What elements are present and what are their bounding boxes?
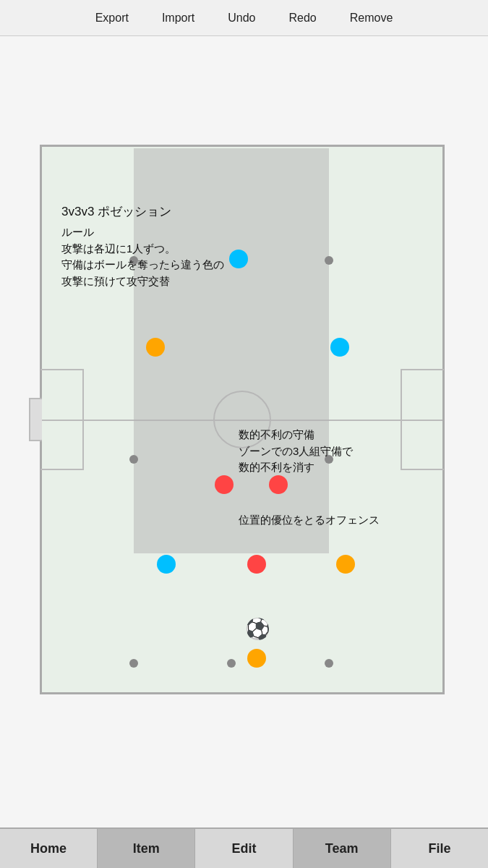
- penalty-area-right: [401, 369, 444, 470]
- tab-file[interactable]: File: [391, 829, 488, 868]
- redo-button[interactable]: Redo: [283, 9, 322, 27]
- canvas-area[interactable]: 3v3v3 ポゼッション ルール 攻撃は各辺に1人ずつ。 守備はボールを奪ったら…: [0, 36, 488, 832]
- remove-button[interactable]: Remove: [344, 9, 399, 27]
- toolbar: Export Import Undo Redo Remove: [0, 0, 488, 36]
- annotation-rule: ルール 攻撃は各辺に1人ずつ。 守備はボールを奪ったら違う色の 攻撃に預けて攻守…: [61, 224, 224, 289]
- import-button[interactable]: Import: [156, 9, 200, 27]
- goal-left: [29, 398, 42, 441]
- player-red-3[interactable]: [247, 555, 266, 574]
- undo-button[interactable]: Undo: [222, 9, 261, 27]
- zone-handle-bc[interactable]: [227, 659, 236, 668]
- player-cyan-1[interactable]: [229, 250, 248, 268]
- player-orange-3[interactable]: [247, 649, 266, 668]
- player-orange-1[interactable]: [146, 338, 165, 357]
- annotation-title: 3v3v3 ポゼッション: [61, 203, 171, 221]
- tab-item[interactable]: Item: [98, 829, 195, 868]
- player-red-2[interactable]: [269, 475, 288, 494]
- zone-handle-tr[interactable]: [325, 256, 333, 265]
- zone-handle-ml[interactable]: [129, 455, 138, 464]
- tab-edit[interactable]: Edit: [195, 829, 293, 868]
- zone-handle-br[interactable]: [325, 659, 333, 668]
- zone-handle-bl[interactable]: [129, 659, 138, 668]
- annotation-defense: 数的不利の守備 ゾーンでの3人組守備で 数的不利を消す: [239, 427, 405, 476]
- soccer-ball[interactable]: ⚽: [245, 618, 268, 641]
- annotation-offense: 位置的優位をとるオフェンス: [239, 512, 477, 529]
- bottom-nav: Home Item Edit Team File: [0, 827, 488, 868]
- player-orange-2[interactable]: [336, 555, 355, 574]
- tab-team[interactable]: Team: [294, 829, 391, 868]
- player-red-1[interactable]: [215, 475, 234, 494]
- player-cyan-3[interactable]: [157, 555, 176, 574]
- penalty-area-left: [40, 369, 84, 470]
- export-button[interactable]: Export: [90, 9, 134, 27]
- tab-home[interactable]: Home: [0, 829, 98, 868]
- player-cyan-2[interactable]: [330, 338, 349, 357]
